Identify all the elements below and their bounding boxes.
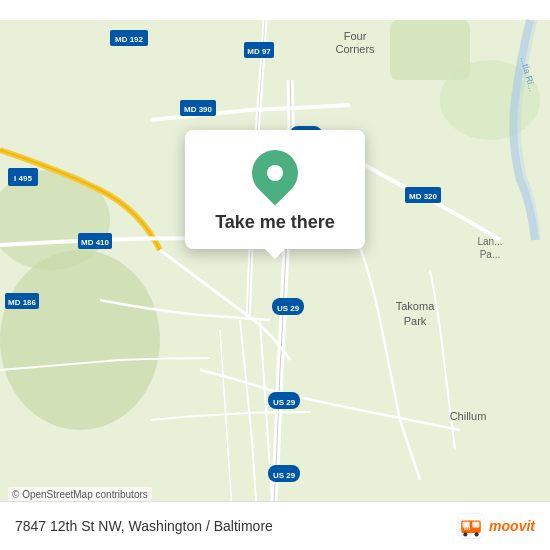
moovit-text: moovit <box>489 518 535 534</box>
svg-text:Lan...: Lan... <box>477 236 502 247</box>
svg-text:US 29: US 29 <box>273 398 296 407</box>
svg-point-41 <box>475 532 479 536</box>
svg-text:MD 390: MD 390 <box>184 105 213 114</box>
osm-attribution: © OpenStreetMap contributors <box>8 487 152 502</box>
moovit-logo: m moovit <box>457 512 535 540</box>
svg-text:US 29: US 29 <box>277 304 300 313</box>
svg-text:Pa...: Pa... <box>480 249 501 260</box>
bottom-bar: 7847 12th St NW, Washington / Baltimore … <box>0 501 550 550</box>
take-me-there-button[interactable]: Take me there <box>215 212 335 233</box>
svg-text:MD 186: MD 186 <box>8 298 37 307</box>
svg-text:Park: Park <box>404 315 427 327</box>
address-text: 7847 12th St NW, Washington / Baltimore <box>15 518 273 534</box>
map-container: I 495 MD 192 MD 97 MD 390 US 29 MD 320 M… <box>0 0 550 550</box>
popup-card: Take me there <box>185 130 365 249</box>
svg-text:MD 192: MD 192 <box>115 35 144 44</box>
svg-text:I 495: I 495 <box>14 174 32 183</box>
svg-point-40 <box>463 532 467 536</box>
location-pin-icon <box>242 140 307 205</box>
svg-text:Takoma: Takoma <box>396 300 435 312</box>
svg-text:Chillum: Chillum <box>450 410 487 422</box>
svg-point-1 <box>0 250 160 430</box>
svg-rect-39 <box>473 522 480 528</box>
svg-text:m: m <box>464 524 470 531</box>
svg-text:MD 97: MD 97 <box>247 47 271 56</box>
svg-text:US 29: US 29 <box>273 471 296 480</box>
map-svg: I 495 MD 192 MD 97 MD 390 US 29 MD 320 M… <box>0 0 550 550</box>
svg-text:Four: Four <box>344 30 367 42</box>
moovit-logo-icon: m <box>457 512 485 540</box>
svg-text:MD 410: MD 410 <box>81 238 110 247</box>
svg-text:Corners: Corners <box>335 43 375 55</box>
svg-text:MD 320: MD 320 <box>409 192 438 201</box>
